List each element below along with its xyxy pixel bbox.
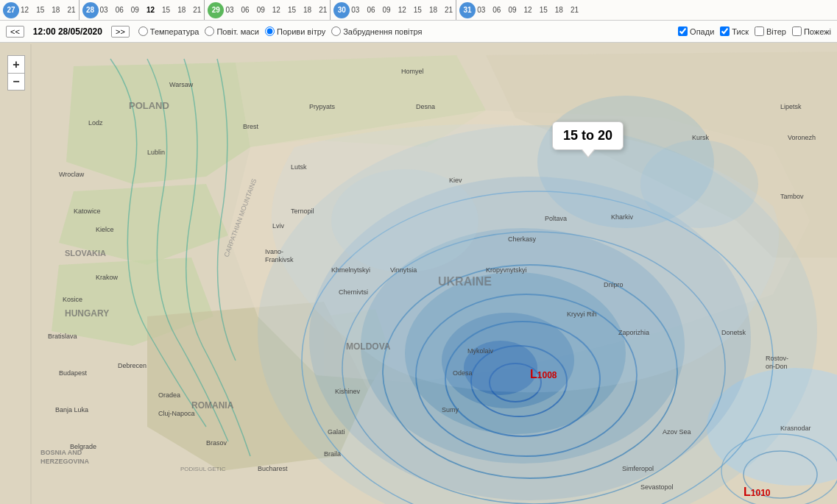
svg-text:Prypyats: Prypyats — [309, 103, 336, 110]
svg-text:Kiev: Kiev — [449, 177, 462, 184]
svg-text:Kharkiv: Kharkiv — [611, 213, 634, 221]
svg-text:Krakow: Krakow — [96, 274, 119, 281]
radio-zabrud-input[interactable] — [331, 26, 341, 36]
radio-masy[interactable]: Повіт. маси — [205, 26, 259, 36]
svg-text:Warsaw: Warsaw — [169, 81, 194, 88]
svg-text:Bratislava: Bratislava — [48, 333, 77, 340]
radio-viter-input[interactable] — [265, 26, 275, 36]
timeline-day-31: 31 03 06 09 12 15 18 21 — [456, 0, 582, 20]
tooltip-text: 15 to 20 — [563, 128, 612, 143]
radio-viter[interactable]: Пориви вітру — [265, 26, 325, 36]
day-badge-30: 30 — [333, 2, 350, 18]
svg-text:Donetsk: Donetsk — [721, 329, 746, 336]
svg-text:Ivano-: Ivano- — [265, 248, 283, 255]
svg-text:Bucharest: Bucharest — [258, 465, 288, 472]
svg-text:Kishinev: Kishinev — [335, 388, 361, 395]
timeline-hours-29: 03 06 09 12 15 18 21 — [225, 6, 327, 14]
radio-zabrud-label: Забруднення повітря — [343, 27, 422, 36]
zoom-in-button[interactable]: + — [7, 55, 25, 73]
svg-text:Simferopol: Simferopol — [622, 465, 654, 472]
prev-button[interactable]: << — [6, 26, 24, 38]
svg-text:on-Don: on-Don — [766, 363, 788, 370]
svg-text:HERZEGOVINA: HERZEGOVINA — [40, 458, 90, 465]
timeline-hours-30: 03 06 09 12 15 18 21 — [351, 6, 453, 14]
svg-text:MOLDOVA: MOLDOVA — [346, 341, 391, 352]
svg-text:Lviv: Lviv — [272, 222, 285, 230]
svg-text:Poltava: Poltava — [545, 215, 567, 222]
svg-text:Lutsk: Lutsk — [291, 163, 307, 171]
checkbox-group: Опади Тиск Вітер Пожежі — [678, 26, 831, 36]
cb-tisk-input[interactable] — [720, 26, 730, 36]
radio-temperatura-input[interactable] — [138, 26, 148, 36]
timeline-day-28: 28 03 06 09 12 15 18 21 — [80, 0, 205, 20]
radio-viter-label: Пориви вітру — [277, 27, 325, 36]
next-button[interactable]: >> — [111, 26, 130, 38]
cb-pozhezhi[interactable]: Пожежі — [792, 26, 831, 36]
pressure-value-secondary: 1010 — [751, 488, 771, 498]
zoom-out-button[interactable]: − — [7, 73, 25, 90]
radio-masy-input[interactable] — [205, 26, 214, 36]
svg-text:SLOVAKIA: SLOVAKIA — [65, 249, 106, 258]
svg-text:Lublin: Lublin — [147, 149, 165, 156]
cb-tisk-label: Тиск — [732, 27, 749, 36]
svg-text:Homyel: Homyel — [401, 68, 424, 75]
svg-text:Brest: Brest — [243, 123, 259, 130]
zoom-controls: + − — [7, 55, 25, 90]
day-badge-31: 31 — [459, 2, 476, 18]
radio-temperatura-label: Температура — [150, 27, 199, 36]
timeline-day-30: 30 03 06 09 12 15 18 21 — [331, 0, 456, 20]
day-badge-28: 28 — [82, 2, 99, 18]
svg-text:Vinnytsia: Vinnytsia — [390, 266, 417, 274]
cb-opady-input[interactable] — [678, 26, 688, 36]
cb-opady-label: Опади — [690, 27, 714, 36]
svg-text:Frankivsk: Frankivsk — [265, 256, 294, 263]
svg-text:Lipetsk: Lipetsk — [780, 103, 802, 110]
timeline-hours-27: 12 15 18 21 — [21, 6, 76, 14]
svg-text:BOSNIA AND: BOSNIA AND — [40, 449, 82, 456]
svg-text:Brasov: Brasov — [206, 439, 227, 447]
svg-text:Sumy: Sumy — [442, 406, 459, 414]
svg-text:Zaporizhia: Zaporizhia — [618, 329, 649, 336]
controls-bar: << 12:00 28/05/2020 >> Температура Повіт… — [0, 21, 837, 43]
svg-text:Kosice: Kosice — [63, 296, 82, 303]
svg-text:Khmelnytskyi: Khmelnytskyi — [331, 266, 370, 274]
pressure-l-symbol: L — [530, 368, 537, 380]
map-container: CARPATHIAN MOUNTAINS — [0, 0, 837, 504]
radio-group: Температура Повіт. маси Пориви вітру Заб… — [138, 26, 423, 36]
timeline-bar: 27 12 15 18 21 28 03 06 09 12 15 18 21 — [0, 0, 837, 21]
svg-text:Wroclaw: Wroclaw — [59, 171, 85, 178]
svg-text:Sevastopol: Sevastopol — [640, 483, 674, 491]
svg-text:Azov Sea: Azov Sea — [663, 428, 691, 436]
svg-text:Desna: Desna — [416, 103, 435, 110]
svg-text:Kursk: Kursk — [692, 134, 710, 141]
map-svg: CARPATHIAN MOUNTAINS — [0, 0, 837, 504]
day-badge-29: 29 — [208, 2, 224, 18]
cb-viter-input[interactable] — [755, 26, 764, 36]
cb-viter-label: Вітер — [766, 27, 786, 36]
radio-masy-label: Повіт. маси — [216, 27, 259, 36]
svg-text:Budapest: Budapest — [59, 369, 88, 377]
svg-text:Katowice: Katowice — [74, 207, 101, 215]
svg-text:Tambov: Tambov — [780, 193, 804, 200]
cb-pozhezhi-input[interactable] — [792, 26, 802, 36]
cb-tisk[interactable]: Тиск — [720, 26, 749, 36]
svg-text:UKRAINE: UKRAINE — [438, 275, 492, 288]
pressure-l-symbol-2: L — [744, 486, 751, 498]
svg-text:Rostov-: Rostov- — [766, 355, 788, 362]
radio-zabrud[interactable]: Забруднення повітря — [331, 26, 422, 36]
timeline-hours-28: 03 06 09 12 15 18 21 — [100, 6, 202, 14]
svg-text:Debrecen: Debrecen — [118, 362, 146, 369]
cb-viter[interactable]: Вітер — [755, 26, 786, 36]
cb-opady[interactable]: Опади — [678, 26, 714, 36]
svg-text:POLAND: POLAND — [129, 100, 169, 111]
svg-text:Kielce: Kielce — [96, 226, 114, 233]
svg-text:Kropyvnytskyi: Kropyvnytskyi — [486, 266, 527, 274]
svg-text:Braila: Braila — [324, 450, 341, 458]
svg-text:Chernivtsi: Chernivtsi — [339, 288, 368, 296]
svg-text:PODISUL GETIC: PODISUL GETIC — [180, 466, 226, 472]
timeline-hours-31: 03 06 09 12 15 18 21 — [477, 6, 579, 14]
radio-temperatura[interactable]: Температура — [138, 26, 199, 36]
wind-tooltip: 15 to 20 — [552, 121, 624, 150]
svg-text:Mykolaiv: Mykolaiv — [467, 347, 494, 355]
timeline-day-27: 27 12 15 18 21 — [0, 0, 80, 20]
